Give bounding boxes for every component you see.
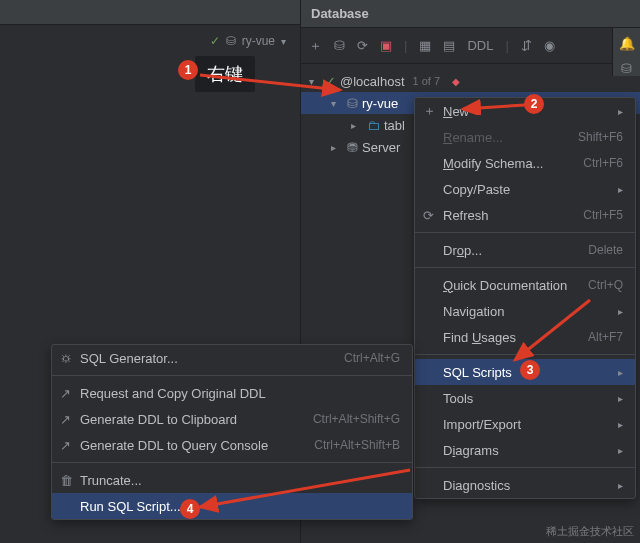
filter-icon[interactable]: ⇵ — [521, 38, 532, 53]
submenu-sql-generator[interactable]: ⛭ SQL Generator... Ctrl+Alt+G — [52, 345, 412, 371]
menu-diagnostics[interactable]: Diagnostics ▸ — [415, 472, 635, 498]
menu-separator — [415, 267, 635, 268]
chevron-right-icon: ▸ — [351, 120, 363, 131]
refresh-icon: ⟳ — [423, 208, 434, 223]
panel-title: Database — [311, 6, 369, 21]
menu-label: Request and Copy Original DDL — [80, 386, 266, 401]
shortcut-label: Ctrl+Alt+G — [344, 351, 400, 365]
ddl-button[interactable]: DDL — [467, 38, 493, 53]
tree-badge: 1 of 7 — [413, 75, 441, 87]
submenu-truncate[interactable]: 🗑 Truncate... — [52, 467, 412, 493]
db-rail-icon[interactable]: ⛁ — [621, 61, 632, 76]
menu-label: SQL Scripts — [443, 365, 512, 380]
datasource-icon[interactable]: ⛁ — [334, 38, 345, 53]
submenu-sql-scripts: ⛭ SQL Generator... Ctrl+Alt+G ↗ Request … — [51, 344, 413, 520]
table-icon[interactable]: ▤ — [443, 38, 455, 53]
right-tool-rail: 🔔 ⛁ — [612, 28, 640, 76]
menu-label: Generate DDL to Query Console — [80, 438, 268, 453]
shortcut-label: Shift+F6 — [578, 130, 623, 144]
menu-rename: Rename... Shift+F6 — [415, 124, 635, 150]
submenu-arrow-icon: ▸ — [618, 480, 623, 491]
folder-icon: 🗀 — [367, 118, 380, 133]
submenu-run-sql-script[interactable]: Run SQL Script... — [52, 493, 412, 519]
menu-label: Truncate... — [80, 473, 142, 488]
menu-modify[interactable]: Modify Schema... Ctrl+F6 — [415, 150, 635, 176]
shortcut-label: Alt+F7 — [588, 330, 623, 344]
chevron-down-icon: ▾ — [331, 98, 343, 109]
menu-separator — [415, 354, 635, 355]
tooltip-rightclick: 右键 — [195, 56, 255, 92]
check-icon: ✓ — [210, 34, 220, 48]
context-menu: ＋ New ▸ Rename... Shift+F6 Modify Schema… — [414, 97, 636, 499]
menu-drop[interactable]: Drop... Delete — [415, 237, 635, 263]
add-icon[interactable]: ＋ — [309, 37, 322, 55]
menu-label: Copy/Paste — [443, 182, 510, 197]
console-icon[interactable]: ▦ — [419, 38, 431, 53]
submenu-arrow-icon: ▸ — [618, 419, 623, 430]
export-icon: ↗ — [60, 438, 71, 453]
marker-4: 4 — [180, 499, 200, 519]
menu-refresh[interactable]: ⟳ Refresh Ctrl+F5 — [415, 202, 635, 228]
menu-diagrams[interactable]: Diagrams ▸ — [415, 437, 635, 463]
watermark: 稀土掘金技术社区 — [546, 524, 634, 539]
view-icon[interactable]: ◉ — [544, 38, 555, 53]
shortcut-label: Ctrl+Alt+Shift+G — [313, 412, 400, 426]
shortcut-label: Ctrl+F6 — [583, 156, 623, 170]
tree-tables-label: tabl — [384, 118, 405, 133]
menu-find[interactable]: Find Usages Alt+F7 — [415, 324, 635, 350]
panel-header: Database — [301, 0, 640, 28]
tree-server-label: Server — [362, 140, 400, 155]
gear-icon: ⛭ — [60, 351, 73, 366]
submenu-arrow-icon: ▸ — [618, 393, 623, 404]
menu-separator — [415, 467, 635, 468]
menu-separator — [415, 232, 635, 233]
menu-label: Navigation — [443, 304, 504, 319]
status-project: ry-vue — [242, 34, 275, 48]
diamond-icon: ◆ — [452, 76, 460, 87]
trash-icon: 🗑 — [60, 473, 73, 488]
shortcut-label: Ctrl+F5 — [583, 208, 623, 222]
separator: | — [404, 38, 407, 53]
menu-label: Import/Export — [443, 417, 521, 432]
menu-label: Generate DDL to Clipboard — [80, 412, 237, 427]
submenu-gen-clipboard[interactable]: ↗ Generate DDL to Clipboard Ctrl+Alt+Shi… — [52, 406, 412, 432]
database-toolbar: ＋ ⛁ ⟳ ▣ | ▦ ▤ DDL | ⇵ ◉ — [301, 28, 640, 64]
menu-quickdoc[interactable]: Quick Documentation Ctrl+Q — [415, 272, 635, 298]
chevron-down-icon: ▾ — [309, 76, 321, 87]
shortcut-label: Ctrl+Alt+Shift+B — [314, 438, 400, 452]
tree-db-label: ry-vue — [362, 96, 398, 111]
menu-separator — [52, 462, 412, 463]
bell-icon[interactable]: 🔔 — [619, 36, 635, 51]
refresh-icon[interactable]: ⟳ — [357, 38, 368, 53]
chevron-down-icon: ▾ — [281, 36, 286, 47]
tree-host[interactable]: ▾ ✓ @localhost 1 of 7 ◆ — [301, 70, 640, 92]
schema-icon: ⛁ — [347, 96, 358, 111]
menu-label: Refresh — [443, 208, 489, 223]
menu-copy[interactable]: Copy/Paste ▸ — [415, 176, 635, 202]
menu-label: Tools — [443, 391, 473, 406]
status-bar: ✓ ⛁ ry-vue ▾ — [210, 34, 286, 48]
separator: | — [505, 38, 508, 53]
menu-import[interactable]: Import/Export ▸ — [415, 411, 635, 437]
menu-tools[interactable]: Tools ▸ — [415, 385, 635, 411]
chevron-right-icon: ▸ — [331, 142, 343, 153]
submenu-arrow-icon: ▸ — [618, 106, 623, 117]
db-small-icon: ⛁ — [226, 34, 236, 48]
menu-label: Run SQL Script... — [80, 499, 181, 514]
submenu-arrow-icon: ▸ — [618, 367, 623, 378]
marker-3: 3 — [520, 360, 540, 380]
stop-icon[interactable]: ▣ — [380, 38, 392, 53]
plus-icon: ＋ — [423, 102, 436, 120]
marker-1: 1 — [178, 60, 198, 80]
submenu-arrow-icon: ▸ — [618, 184, 623, 195]
export-icon: ↗ — [60, 386, 71, 401]
shortcut-label: Ctrl+Q — [588, 278, 623, 292]
menu-separator — [52, 375, 412, 376]
submenu-gen-console[interactable]: ↗ Generate DDL to Query Console Ctrl+Alt… — [52, 432, 412, 458]
menu-label: SQL Generator... — [80, 351, 178, 366]
tree-host-label: @localhost — [340, 74, 405, 89]
marker-2: 2 — [524, 94, 544, 114]
submenu-arrow-icon: ▸ — [618, 306, 623, 317]
submenu-request-copy-ddl[interactable]: ↗ Request and Copy Original DDL — [52, 380, 412, 406]
menu-nav[interactable]: Navigation ▸ — [415, 298, 635, 324]
